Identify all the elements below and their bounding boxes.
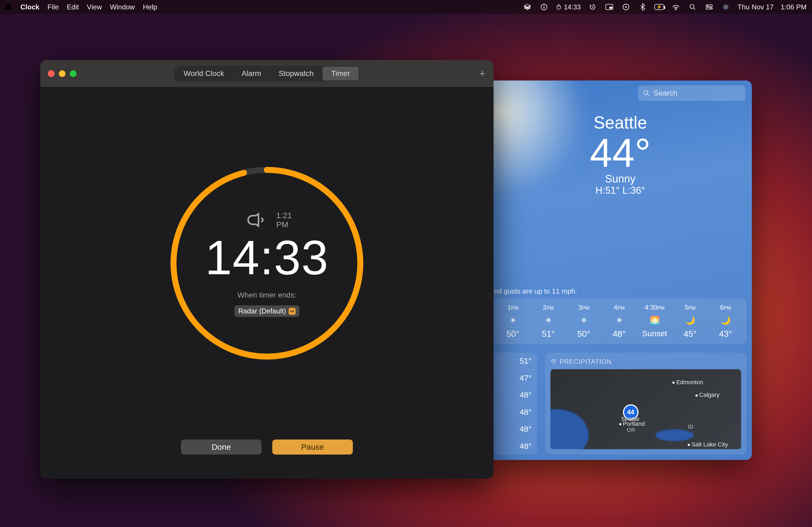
weather-condition: Sunny	[489, 173, 752, 185]
svg-line-22	[647, 94, 649, 96]
weather-icon: 🌅	[640, 316, 670, 325]
window-controls	[48, 70, 76, 77]
timer-end-time: 1:21 PM	[240, 210, 294, 230]
svg-point-15	[707, 5, 708, 6]
window-minimize-button[interactable]	[59, 70, 66, 77]
hour-label: 3PM	[569, 304, 599, 311]
control-center-icon[interactable]	[704, 2, 714, 12]
hour-label: 5PM	[675, 304, 705, 311]
pause-button[interactable]: Pause	[272, 439, 353, 454]
svg-point-21	[644, 90, 648, 94]
hour-label: 4PM	[604, 304, 634, 311]
timer-body: 1:21 PM 14:33 When timer ends: Radar (De…	[40, 87, 494, 479]
menu-edit[interactable]: Edit	[67, 3, 79, 11]
menu-help[interactable]: Help	[143, 3, 157, 11]
timer-sound-name: Radar (Default)	[238, 307, 286, 315]
daily-temp-row: 51°	[494, 352, 537, 370]
clock-window: World ClockAlarmStopwatchTimer + 1:21 PM…	[40, 60, 494, 479]
daily-temp-row: 48°	[494, 421, 537, 438]
timer-end-time-value: 1:21 PM	[276, 211, 294, 229]
svg-marker-25	[290, 310, 292, 313]
menu-file[interactable]: File	[47, 3, 59, 11]
umbrella-icon	[550, 359, 556, 365]
chevron-updown-icon	[289, 308, 296, 315]
timer-buttons: Done Pause	[181, 439, 353, 454]
hourly-item: 4:30PM🌅Sunset	[640, 304, 670, 339]
play-icon[interactable]	[621, 2, 631, 12]
svg-point-17	[710, 8, 711, 9]
menubar-date[interactable]: Thu Nov 17	[738, 3, 773, 11]
tab-timer[interactable]: Timer	[322, 66, 359, 80]
timer-ring: 1:21 PM 14:33 When timer ends: Radar (De…	[168, 164, 366, 362]
done-button[interactable]: Done	[181, 439, 262, 454]
search-icon	[643, 90, 650, 96]
svg-rect-16	[706, 7, 712, 9]
apple-menu-icon[interactable]	[5, 3, 12, 12]
menu-window[interactable]: Window	[110, 3, 134, 11]
svg-line-13	[693, 8, 695, 10]
hour-label: 2PM	[533, 304, 563, 311]
hourly-item: 3PM☀50°	[569, 304, 599, 339]
tab-stopwatch[interactable]: Stopwatch	[270, 66, 323, 80]
weather-icon: ☀	[498, 316, 528, 325]
svg-marker-11	[625, 6, 627, 8]
window-zoom-button[interactable]	[70, 70, 76, 77]
clock-titlebar: World ClockAlarmStopwatchTimer +	[40, 60, 494, 87]
window-close-button[interactable]	[48, 70, 55, 77]
weather-search-field[interactable]: Search	[638, 85, 745, 101]
stack-icon[interactable]	[523, 2, 532, 12]
daily-temp-row: 48°	[494, 438, 537, 455]
weather-icon: ☀	[604, 316, 634, 325]
pip-icon[interactable]	[605, 2, 614, 12]
weather-window: Search Seattle 44° Sunny H:51° L:36° nd …	[489, 80, 752, 460]
menu-view[interactable]: View	[87, 3, 102, 11]
timer-countdown: 14:33	[205, 234, 329, 282]
timer-sound-picker[interactable]: Radar (Default)	[234, 305, 300, 317]
svg-point-18	[723, 4, 729, 10]
precipitation-card[interactable]: PRECIPITATION 44 Seattle EdmontonCalgary…	[545, 352, 746, 454]
tab-world-clock[interactable]: World Clock	[175, 66, 233, 80]
search-icon[interactable]	[688, 2, 697, 12]
hour-value: 48°	[604, 329, 634, 339]
hourly-item: 5PM🌙45°	[675, 304, 705, 339]
precipitation-map[interactable]: 44 Seattle EdmontonCalgaryPortlandSalt L…	[550, 369, 741, 449]
menubar-app-name[interactable]: Clock	[20, 3, 40, 11]
wifi-icon[interactable]	[671, 2, 681, 12]
hourly-item: 6PM🌙43°	[710, 304, 741, 339]
hour-value: 43°	[710, 329, 741, 339]
menubar-time[interactable]: 1:06 PM	[781, 3, 807, 11]
weather-gust-note: nd gusts are up to 11 mph.	[489, 284, 582, 298]
timer-ends-label: When timer ends:	[237, 291, 296, 299]
hour-label: 4:30PM	[640, 304, 670, 311]
menubar-right: 14:33 ⚡ Thu Nov 17 1:06 PM	[523, 2, 807, 12]
add-button[interactable]: +	[479, 67, 485, 80]
map-city-label: Edmonton	[672, 379, 703, 386]
tab-alarm[interactable]: Alarm	[233, 66, 270, 80]
hour-value: Sunset	[640, 329, 670, 338]
daily-temp-strip[interactable]: 51°47°48°48°48°48°	[494, 352, 537, 454]
weather-hero: Seattle 44° Sunny H:51° L:36°	[489, 113, 752, 196]
map-city-label: Calgary	[695, 391, 720, 398]
battery-icon[interactable]: ⚡	[654, 2, 664, 12]
hour-value: 50°	[498, 329, 528, 339]
siri-icon[interactable]	[721, 2, 731, 12]
map-current-temp: 44	[627, 408, 634, 416]
map-state-label: OR	[627, 427, 635, 433]
weather-temperature: 44°	[489, 133, 752, 173]
svg-rect-9	[609, 7, 612, 9]
menubar: Clock File Edit View Window Help 14:33 ⚡…	[0, 0, 812, 14]
weather-icon: ☀	[569, 316, 599, 325]
weather-icon: 🌙	[710, 316, 741, 325]
search-placeholder: Search	[654, 89, 678, 97]
svg-point-12	[690, 4, 694, 8]
history-icon[interactable]	[588, 2, 597, 12]
hourly-forecast[interactable]: 1PM☀50°2PM☀51°3PM☀50°4PM☀48°4:30PM🌅Sunse…	[494, 298, 746, 344]
precipitation-header: PRECIPITATION	[550, 358, 741, 365]
daily-temp-row: 47°	[494, 370, 537, 387]
menubar-timer[interactable]: 14:33	[556, 3, 581, 11]
bluetooth-icon[interactable]	[638, 2, 648, 12]
svg-marker-26	[293, 310, 294, 313]
hour-value: 45°	[675, 329, 705, 339]
info-icon[interactable]	[539, 2, 549, 12]
hourly-item: 1PM☀50°	[498, 304, 528, 339]
